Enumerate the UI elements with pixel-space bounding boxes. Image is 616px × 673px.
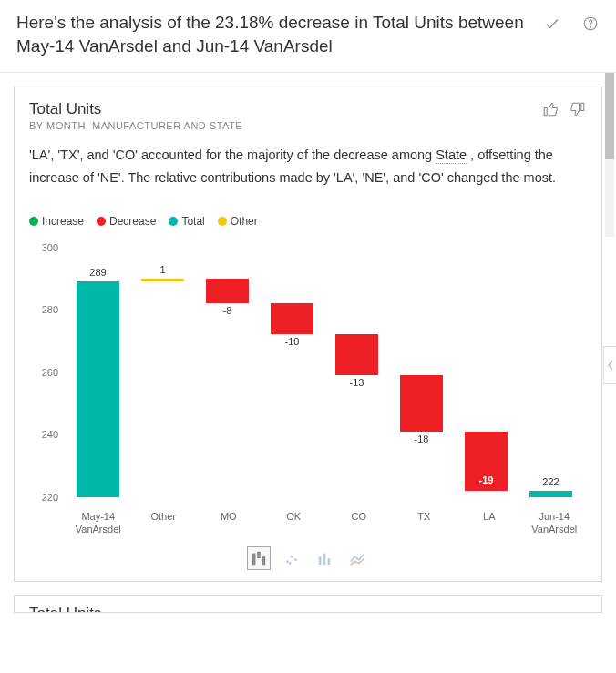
header-actions <box>543 11 600 33</box>
next-insight-card: Total Units <box>14 595 602 613</box>
feedback-actions <box>541 100 587 118</box>
card2-title: Total Units <box>29 605 101 613</box>
dot-icon <box>218 217 227 226</box>
svg-point-8 <box>289 562 292 565</box>
x-tick: OK <box>262 510 327 536</box>
content-area: Total Units BY MONTH, MANUFACTURER AND S… <box>0 73 616 613</box>
legend-decrease: Decrease <box>97 215 156 228</box>
x-tick: Other <box>131 510 197 536</box>
scrollbar-thumb[interactable] <box>605 73 614 159</box>
legend-label: Other <box>231 215 258 228</box>
chart-legend: Increase Decrease Total Other <box>29 215 587 228</box>
dot-icon <box>29 217 38 226</box>
x-tick: TX <box>392 510 457 536</box>
chart-bar <box>141 279 183 281</box>
y-tick: 240 <box>42 429 58 440</box>
bar-label: 289 <box>66 267 130 278</box>
chart-bar <box>271 303 313 334</box>
svg-rect-11 <box>328 558 331 565</box>
legend-label: Total <box>181 215 204 228</box>
bar-label: 222 <box>518 476 583 487</box>
thumbs-up-icon[interactable] <box>541 100 560 118</box>
y-tick: 300 <box>42 242 58 253</box>
waterfall-chart-button[interactable] <box>247 546 271 570</box>
chart-bar <box>335 334 377 375</box>
svg-rect-10 <box>323 554 326 566</box>
bar-label: 1 <box>130 264 195 275</box>
column-chart-button[interactable] <box>313 546 336 570</box>
legend-total: Total <box>169 215 204 228</box>
x-axis: May-14VanArsdelOtherMOOKCOTXLAJun-14VanA… <box>29 510 587 536</box>
card-header: Total Units BY MONTH, MANUFACTURER AND S… <box>29 100 587 131</box>
y-axis: 220240260280300 <box>29 248 62 497</box>
chart-bar <box>529 491 571 497</box>
chart-type-switcher <box>29 546 587 570</box>
state-link[interactable]: State <box>436 148 467 164</box>
svg-point-5 <box>286 560 289 563</box>
chart-bar <box>206 279 248 303</box>
plot-area: 2891-8-10-13-18-19222 <box>66 248 583 497</box>
y-tick: 260 <box>42 367 58 378</box>
card-subtitle: BY MONTH, MANUFACTURER AND STATE <box>29 120 242 131</box>
svg-point-1 <box>590 26 590 27</box>
ribbon-chart-button[interactable] <box>345 546 369 570</box>
bar-label: -10 <box>260 336 324 347</box>
chart-bar <box>77 281 118 496</box>
legend-label: Increase <box>42 215 84 228</box>
scatter-chart-button[interactable] <box>280 546 303 570</box>
expand-panel-icon[interactable] <box>603 346 616 384</box>
x-tick: CO <box>326 510 392 536</box>
card-title: Total Units <box>29 100 242 118</box>
legend-other: Other <box>218 215 258 228</box>
check-icon[interactable] <box>543 15 561 33</box>
svg-point-7 <box>294 559 297 562</box>
bar-label: -18 <box>389 433 454 444</box>
insight-explanation: 'LA', 'TX', and 'CO' accounted for the m… <box>29 144 587 189</box>
legend-label: Decrease <box>109 215 156 228</box>
x-tick: LA <box>457 510 522 536</box>
svg-rect-2 <box>252 554 256 566</box>
svg-point-6 <box>291 556 293 558</box>
x-tick: May-14VanArsdel <box>66 510 131 536</box>
x-tick: MO <box>196 510 262 536</box>
analysis-header: Here's the analysis of the 23.18% decrea… <box>0 0 616 73</box>
card-titles: Total Units BY MONTH, MANUFACTURER AND S… <box>29 100 242 131</box>
y-tick: 220 <box>42 492 58 503</box>
svg-rect-4 <box>262 556 266 565</box>
svg-rect-9 <box>319 556 322 565</box>
bar-label: -13 <box>324 377 389 388</box>
x-tick: Jun-14VanArsdel <box>522 510 588 536</box>
insight-card: Total Units BY MONTH, MANUFACTURER AND S… <box>14 87 602 582</box>
y-tick: 280 <box>42 304 58 315</box>
help-icon[interactable] <box>581 15 600 33</box>
thumbs-down-icon[interactable] <box>569 100 587 118</box>
dot-icon <box>97 217 106 226</box>
chart-bar <box>400 375 442 432</box>
bar-label: -19 <box>454 474 518 485</box>
dot-icon <box>169 217 178 226</box>
svg-rect-3 <box>257 552 261 558</box>
bar-label: -8 <box>195 305 260 316</box>
waterfall-chart: 220240260280300 2891-8-10-13-18-19222 <box>29 235 587 508</box>
analysis-title: Here's the analysis of the 23.18% decrea… <box>16 11 543 57</box>
explain-text-pre: 'LA', 'TX', and 'CO' accounted for the m… <box>29 148 436 162</box>
legend-increase: Increase <box>29 215 84 228</box>
